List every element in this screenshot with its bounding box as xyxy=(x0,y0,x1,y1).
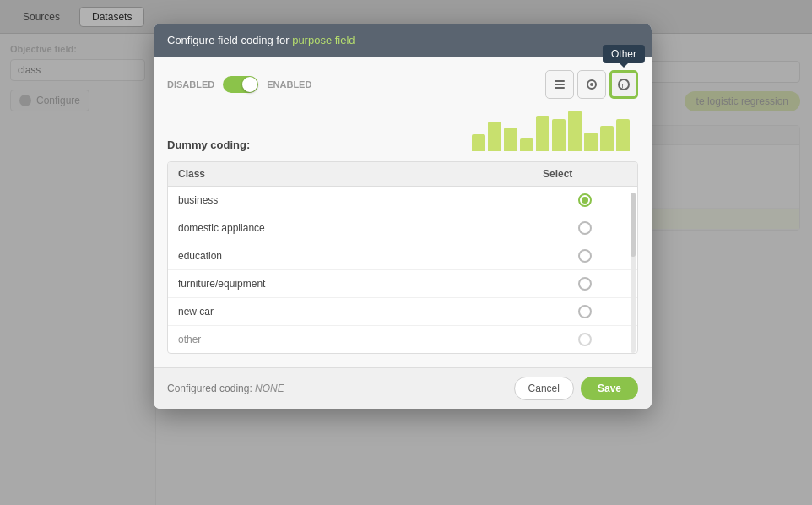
svg-rect-1 xyxy=(555,84,565,85)
radio-business[interactable] xyxy=(578,193,592,207)
coding-row-other[interactable]: other xyxy=(168,326,637,353)
modal-body: DISABLED ENABLED xyxy=(154,57,652,367)
icon-btn-lines[interactable] xyxy=(545,70,574,99)
svg-rect-2 xyxy=(555,87,565,89)
chart-bar xyxy=(568,111,582,151)
coding-table-header: Class Select xyxy=(168,162,637,187)
svg-text:n: n xyxy=(621,81,625,90)
disabled-label: DISABLED xyxy=(167,79,214,90)
chart-bar xyxy=(520,138,533,151)
coding-table-body[interactable]: business domestic appliance education xyxy=(168,187,637,353)
enabled-label: ENABLED xyxy=(267,79,311,90)
class-name: business xyxy=(178,194,543,206)
configured-coding-text: Configured coding: xyxy=(167,383,252,394)
other-tooltip-wrapper: Other n xyxy=(609,70,638,99)
chart-bar xyxy=(600,126,614,151)
coding-table: Class Select business domestic appliance xyxy=(167,161,638,354)
class-name: other xyxy=(178,334,543,345)
radio-newcar[interactable] xyxy=(578,305,592,318)
class-name: new car xyxy=(178,306,543,318)
chart-bar xyxy=(504,128,517,151)
toggle-row: DISABLED ENABLED xyxy=(167,70,638,99)
coding-row-domestic[interactable]: domestic appliance xyxy=(168,214,637,242)
modal-field-name: purpose field xyxy=(292,34,355,46)
scrollbar[interactable] xyxy=(631,193,636,353)
chart-bar xyxy=(552,119,566,151)
class-name: furniture/equipment xyxy=(178,278,543,290)
class-name: education xyxy=(178,250,543,262)
icon-btn-circle[interactable] xyxy=(577,70,606,99)
save-button[interactable]: Save xyxy=(581,377,638,400)
svg-rect-0 xyxy=(555,80,565,82)
other-tooltip: Other xyxy=(603,45,645,63)
radio-education[interactable] xyxy=(578,249,592,263)
radio-domestic[interactable] xyxy=(578,221,592,235)
svg-point-4 xyxy=(590,83,593,86)
lines-icon xyxy=(553,78,566,91)
chart-area xyxy=(463,109,638,151)
modal-footer: Configured coding: NONE Cancel Save xyxy=(154,367,652,409)
chart-bar xyxy=(488,122,501,151)
chart-bar xyxy=(472,134,485,151)
circle-icon xyxy=(585,78,598,91)
coding-row-education[interactable]: education xyxy=(168,242,637,270)
cancel-button[interactable]: Cancel xyxy=(514,377,574,400)
toggle-switch[interactable] xyxy=(223,76,258,93)
footer-buttons: Cancel Save xyxy=(514,377,638,400)
field-coding-modal: Configure field coding for purpose field… xyxy=(154,24,652,409)
scrollbar-thumb[interactable] xyxy=(631,193,636,257)
chart-bar xyxy=(616,119,630,151)
configured-coding-value: NONE xyxy=(255,383,284,394)
col-select-header: Select xyxy=(543,168,627,180)
coding-row-furniture[interactable]: furniture/equipment xyxy=(168,270,637,298)
chart-bar xyxy=(584,133,598,151)
modal-header: Configure field coding for purpose field xyxy=(154,24,652,57)
class-name: domestic appliance xyxy=(178,222,543,234)
coding-row-newcar[interactable]: new car xyxy=(168,298,637,326)
chart-area-header: Dummy coding: xyxy=(167,109,638,158)
radio-furniture[interactable] xyxy=(578,277,592,291)
radio-other[interactable] xyxy=(578,333,592,346)
toggle-thumb xyxy=(242,77,257,92)
icon-button-group: Other n xyxy=(545,70,638,99)
dummy-coding-label: Dummy coding: xyxy=(167,138,250,151)
chart-bar xyxy=(536,116,549,151)
other-icon: n xyxy=(617,78,631,91)
coding-row-business[interactable]: business xyxy=(168,187,637,214)
icon-btn-other[interactable]: n xyxy=(609,70,638,99)
col-class-header: Class xyxy=(178,168,543,180)
modal-title: Configure field coding for xyxy=(167,34,292,46)
configured-coding-label: Configured coding: NONE xyxy=(167,383,284,394)
